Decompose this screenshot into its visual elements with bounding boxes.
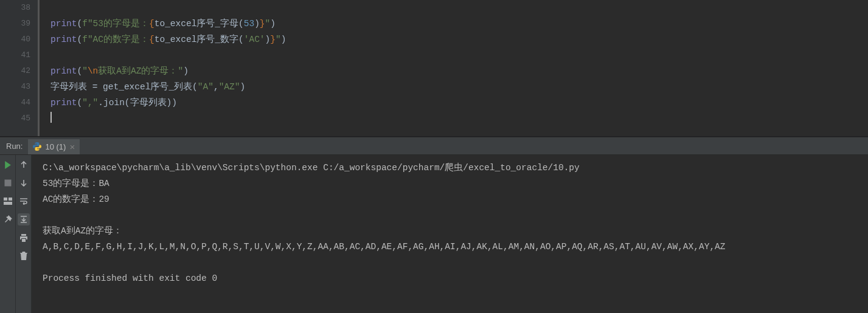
python-file-icon [33, 142, 41, 151]
run-tabs-bar: Run: 10 (1) × [0, 137, 868, 155]
up-arrow-icon [20, 161, 27, 168]
text-caret [50, 112, 52, 123]
console-line: 53的字母是：BA [43, 176, 862, 191]
scroll-to-end-button[interactable] [18, 213, 30, 225]
run-tab-active[interactable]: 10 (1) × [28, 138, 80, 154]
line-number: 38 [0, 0, 30, 16]
console-line [43, 207, 862, 223]
line-number: 40 [0, 32, 30, 47]
code-line[interactable]: print(f"53的字母是：{to_excel序号_字母(53)}") [50, 16, 868, 32]
trash-icon [20, 252, 27, 260]
layout-icon [4, 198, 12, 205]
line-number: 44 [0, 95, 30, 111]
down-button[interactable] [18, 177, 30, 189]
code-line[interactable]: print(f"AC的数字是：{to_excel序号_数字('AC')}") [50, 32, 868, 47]
console-line [43, 255, 862, 270]
code-content[interactable]: print(f"53的字母是：{to_excel序号_字母(53)}")prin… [40, 0, 868, 126]
console-line: A,B,C,D,E,F,G,H,I,J,K,L,M,N,O,P,Q,R,S,T,… [43, 239, 862, 255]
svg-rect-2 [9, 198, 12, 201]
code-editor[interactable]: 3839404142434445 print(f"53的字母是：{to_exce… [0, 0, 868, 137]
pin-icon [4, 215, 12, 224]
line-number: 43 [0, 79, 30, 95]
run-tool-window: Run: 10 (1) × [0, 137, 868, 313]
run-label: Run: [2, 142, 28, 151]
play-icon [4, 161, 12, 169]
code-line[interactable] [50, 47, 868, 63]
pin-button[interactable] [2, 213, 14, 225]
console-line: AC的数字是：29 [43, 191, 862, 207]
line-number-gutter: 3839404142434445 [0, 0, 38, 136]
layout-button[interactable] [2, 195, 14, 207]
code-line[interactable]: 字母列表 = get_excel序号_列表("A","AZ") [50, 79, 868, 95]
console-output[interactable]: C:\a_workspace\pycharm\a_lib\venv\Script… [32, 155, 868, 313]
rerun-button[interactable] [2, 159, 14, 171]
code-line[interactable] [50, 111, 868, 126]
run-left-toolbar-secondary [16, 155, 32, 313]
clear-button[interactable] [18, 250, 30, 262]
scroll-to-end-icon [19, 216, 28, 223]
svg-rect-3 [4, 202, 12, 205]
softwrap-button[interactable] [18, 195, 30, 207]
run-left-toolbar-primary [0, 155, 16, 313]
up-button[interactable] [18, 159, 30, 171]
console-line: Process finished with exit code 0 [43, 270, 862, 286]
stop-button[interactable] [2, 177, 14, 189]
down-arrow-icon [20, 179, 27, 187]
print-button[interactable] [18, 232, 30, 244]
run-tab-label: 10 (1) [45, 142, 66, 151]
stop-icon [4, 179, 12, 187]
code-line[interactable]: print(",".join(字母列表)) [50, 95, 868, 111]
code-line[interactable]: print("\n获取A到AZ的字母：") [50, 63, 868, 79]
console-line: 获取A到AZ的字母： [43, 223, 862, 239]
console-line: C:\a_workspace\pycharm\a_lib\venv\Script… [43, 160, 862, 176]
line-number: 45 [0, 111, 30, 126]
code-line[interactable] [50, 0, 868, 16]
softwrap-icon [19, 198, 28, 205]
svg-rect-0 [4, 180, 11, 187]
line-number: 42 [0, 63, 30, 79]
line-number: 39 [0, 16, 30, 32]
close-icon[interactable]: × [69, 142, 75, 151]
svg-rect-1 [4, 198, 7, 201]
print-icon [19, 234, 28, 242]
line-number: 41 [0, 47, 30, 63]
